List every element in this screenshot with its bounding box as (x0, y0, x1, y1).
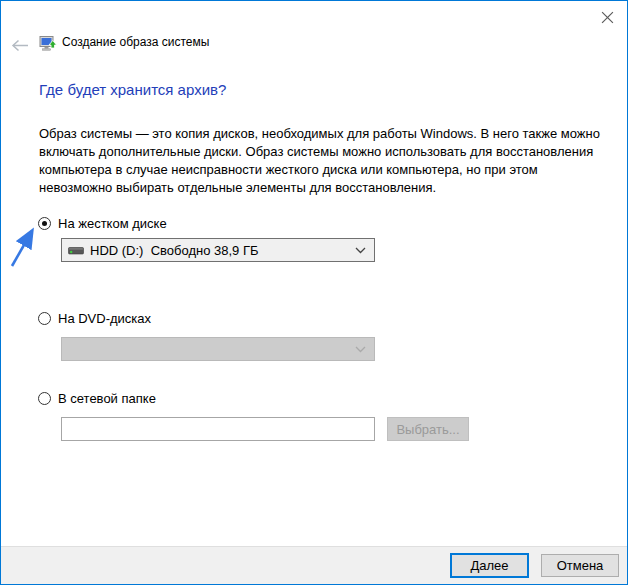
browse-button[interactable]: Выбрать... (387, 417, 469, 441)
footer-bar (1, 546, 627, 584)
radio-label-network[interactable]: В сетевой папке (58, 391, 156, 406)
radio-option-dvd[interactable]: На DVD-дисках (38, 311, 151, 326)
hard-drive-icon (68, 244, 84, 257)
dvd-dropdown[interactable] (61, 337, 375, 361)
system-image-icon (39, 34, 57, 52)
radio-label-dvd[interactable]: На DVD-дисках (58, 311, 151, 326)
chevron-down-icon (355, 346, 366, 353)
radio-option-hard-disk[interactable]: На жестком диске (38, 216, 167, 231)
description-line: компьютера в случае неисправности жестко… (39, 161, 604, 179)
description-line: невозможно выбирать отдельные элементы д… (39, 179, 604, 197)
radio-option-network[interactable]: В сетевой папке (38, 391, 156, 406)
wizard-title: Создание образа системы (62, 35, 209, 49)
radio-button-hard-disk[interactable] (38, 217, 51, 230)
description-line: включать дополнительные диски. Образ сис… (39, 143, 604, 161)
next-button[interactable]: Далее (450, 553, 529, 578)
cancel-button[interactable]: Отмена (541, 554, 619, 577)
radio-button-dvd[interactable] (38, 312, 51, 325)
description-text: Образ системы — это копия дисков, необхо… (39, 125, 604, 197)
back-arrow-icon (11, 39, 29, 52)
back-button[interactable] (10, 37, 30, 53)
wizard-window: Создание образа системы Где будет хранит… (0, 0, 628, 585)
close-button[interactable] (596, 6, 618, 28)
hard-disk-dropdown-value: HDD (D:) Свободно 38,9 ГБ (90, 243, 355, 258)
radio-button-network[interactable] (38, 392, 51, 405)
radio-label-hard-disk[interactable]: На жестком диске (58, 216, 167, 231)
chevron-down-icon (355, 247, 366, 254)
hard-disk-dropdown[interactable]: HDD (D:) Свободно 38,9 ГБ (61, 238, 375, 262)
wizard-header: Создание образа системы (1, 31, 627, 59)
close-icon (601, 11, 614, 24)
network-path-input[interactable] (61, 417, 375, 441)
description-line: Образ системы — это копия дисков, необхо… (39, 125, 604, 143)
page-heading: Где будет хранится архив? (39, 81, 226, 98)
